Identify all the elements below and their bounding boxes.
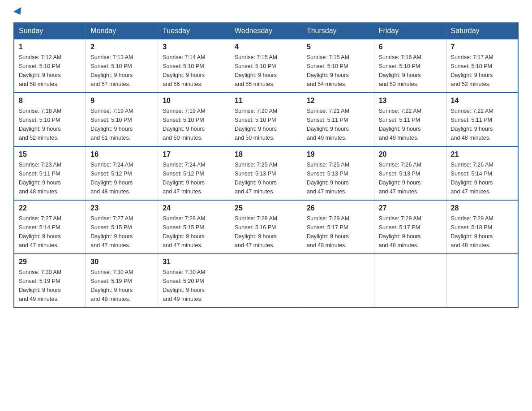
- calendar-cell: 17Sunrise: 7:24 AMSunset: 5:12 PMDayligh…: [158, 146, 230, 200]
- day-number: 5: [307, 43, 369, 51]
- calendar-week-row: 8Sunrise: 7:18 AMSunset: 5:10 PMDaylight…: [14, 93, 518, 146]
- calendar-cell: 15Sunrise: 7:23 AMSunset: 5:11 PMDayligh…: [14, 146, 86, 200]
- calendar-cell: 13Sunrise: 7:22 AMSunset: 5:11 PMDayligh…: [374, 93, 446, 146]
- calendar-header: SundayMondayTuesdayWednesdayThursdayFrid…: [14, 23, 518, 39]
- calendar-cell: 25Sunrise: 7:28 AMSunset: 5:16 PMDayligh…: [230, 200, 302, 254]
- day-detail: Sunrise: 7:30 AMSunset: 5:19 PMDaylight:…: [19, 268, 81, 304]
- calendar-cell: 28Sunrise: 7:29 AMSunset: 5:18 PMDayligh…: [446, 200, 518, 254]
- day-number: 22: [19, 204, 81, 212]
- day-detail: Sunrise: 7:12 AMSunset: 5:10 PMDaylight:…: [19, 53, 81, 89]
- logo: [13, 9, 23, 15]
- calendar-week-row: 22Sunrise: 7:27 AMSunset: 5:14 PMDayligh…: [14, 200, 518, 254]
- calendar-cell: 2Sunrise: 7:13 AMSunset: 5:10 PMDaylight…: [86, 39, 158, 93]
- day-detail: Sunrise: 7:25 AMSunset: 5:13 PMDaylight:…: [307, 160, 369, 196]
- calendar-cell: 8Sunrise: 7:18 AMSunset: 5:10 PMDaylight…: [14, 93, 86, 146]
- day-number: 26: [307, 204, 369, 212]
- day-number: 19: [307, 150, 369, 158]
- day-detail: Sunrise: 7:29 AMSunset: 5:17 PMDaylight:…: [379, 214, 442, 250]
- day-number: 15: [19, 150, 81, 158]
- day-number: 1: [19, 43, 81, 51]
- day-detail: Sunrise: 7:30 AMSunset: 5:19 PMDaylight:…: [90, 268, 153, 304]
- calendar-week-row: 1Sunrise: 7:12 AMSunset: 5:10 PMDaylight…: [14, 39, 518, 93]
- calendar-cell: 18Sunrise: 7:25 AMSunset: 5:13 PMDayligh…: [230, 146, 302, 200]
- calendar-table: SundayMondayTuesdayWednesdayThursdayFrid…: [13, 22, 519, 308]
- day-detail: Sunrise: 7:17 AMSunset: 5:10 PMDaylight:…: [451, 53, 513, 89]
- day-detail: Sunrise: 7:22 AMSunset: 5:11 PMDaylight:…: [451, 107, 513, 142]
- calendar-cell: 7Sunrise: 7:17 AMSunset: 5:10 PMDaylight…: [446, 39, 518, 93]
- weekday-header-saturday: Saturday: [446, 23, 518, 39]
- calendar-cell: 31Sunrise: 7:30 AMSunset: 5:20 PMDayligh…: [158, 254, 230, 308]
- day-detail: Sunrise: 7:19 AMSunset: 5:10 PMDaylight:…: [90, 107, 153, 142]
- calendar-week-row: 15Sunrise: 7:23 AMSunset: 5:11 PMDayligh…: [14, 146, 518, 200]
- day-detail: Sunrise: 7:27 AMSunset: 5:15 PMDaylight:…: [90, 214, 153, 250]
- day-detail: Sunrise: 7:15 AMSunset: 5:10 PMDaylight:…: [235, 53, 297, 89]
- day-detail: Sunrise: 7:22 AMSunset: 5:11 PMDaylight:…: [379, 107, 442, 142]
- day-detail: Sunrise: 7:29 AMSunset: 5:18 PMDaylight:…: [451, 214, 513, 250]
- day-number: 3: [163, 43, 225, 51]
- logo-triangle-icon: [13, 7, 24, 17]
- day-number: 30: [90, 258, 153, 266]
- day-number: 9: [90, 97, 153, 105]
- calendar-cell: 11Sunrise: 7:20 AMSunset: 5:10 PMDayligh…: [230, 93, 302, 146]
- day-detail: Sunrise: 7:21 AMSunset: 5:11 PMDaylight:…: [307, 107, 369, 142]
- day-number: 2: [90, 43, 153, 51]
- calendar-cell: 9Sunrise: 7:19 AMSunset: 5:10 PMDaylight…: [86, 93, 158, 146]
- calendar-cell: 21Sunrise: 7:26 AMSunset: 5:14 PMDayligh…: [446, 146, 518, 200]
- day-number: 17: [163, 150, 225, 158]
- page-header: [13, 9, 519, 15]
- day-number: 31: [163, 258, 225, 266]
- day-detail: Sunrise: 7:24 AMSunset: 5:12 PMDaylight:…: [163, 160, 225, 196]
- day-detail: Sunrise: 7:26 AMSunset: 5:13 PMDaylight:…: [379, 160, 442, 196]
- day-number: 8: [19, 97, 81, 105]
- day-number: 4: [235, 43, 297, 51]
- calendar-week-row: 29Sunrise: 7:30 AMSunset: 5:19 PMDayligh…: [14, 254, 518, 308]
- weekday-header-thursday: Thursday: [302, 23, 374, 39]
- weekday-header-tuesday: Tuesday: [158, 23, 230, 39]
- day-detail: Sunrise: 7:14 AMSunset: 5:10 PMDaylight:…: [163, 53, 225, 89]
- weekday-header-wednesday: Wednesday: [230, 23, 302, 39]
- day-detail: Sunrise: 7:28 AMSunset: 5:15 PMDaylight:…: [163, 214, 225, 250]
- calendar-cell: 6Sunrise: 7:16 AMSunset: 5:10 PMDaylight…: [374, 39, 446, 93]
- day-detail: Sunrise: 7:25 AMSunset: 5:13 PMDaylight:…: [235, 160, 297, 196]
- day-detail: Sunrise: 7:30 AMSunset: 5:20 PMDaylight:…: [163, 268, 225, 304]
- day-number: 24: [163, 204, 225, 212]
- calendar-cell: 30Sunrise: 7:30 AMSunset: 5:19 PMDayligh…: [86, 254, 158, 308]
- day-detail: Sunrise: 7:19 AMSunset: 5:10 PMDaylight:…: [163, 107, 225, 142]
- day-detail: Sunrise: 7:13 AMSunset: 5:10 PMDaylight:…: [90, 53, 153, 89]
- calendar-cell: 12Sunrise: 7:21 AMSunset: 5:11 PMDayligh…: [302, 93, 374, 146]
- day-detail: Sunrise: 7:18 AMSunset: 5:10 PMDaylight:…: [19, 107, 81, 142]
- weekday-header-friday: Friday: [374, 23, 446, 39]
- day-detail: Sunrise: 7:23 AMSunset: 5:11 PMDaylight:…: [19, 160, 81, 196]
- calendar-cell: [302, 254, 374, 308]
- day-number: 27: [379, 204, 442, 212]
- day-detail: Sunrise: 7:16 AMSunset: 5:10 PMDaylight:…: [379, 53, 442, 89]
- calendar-cell: 3Sunrise: 7:14 AMSunset: 5:10 PMDaylight…: [158, 39, 230, 93]
- weekday-header-sunday: Sunday: [14, 23, 86, 39]
- calendar-cell: 24Sunrise: 7:28 AMSunset: 5:15 PMDayligh…: [158, 200, 230, 254]
- day-detail: Sunrise: 7:27 AMSunset: 5:14 PMDaylight:…: [19, 214, 81, 250]
- day-detail: Sunrise: 7:20 AMSunset: 5:10 PMDaylight:…: [235, 107, 297, 142]
- day-number: 10: [163, 97, 225, 105]
- day-number: 14: [451, 97, 513, 105]
- calendar-cell: [230, 254, 302, 308]
- calendar-cell: 10Sunrise: 7:19 AMSunset: 5:10 PMDayligh…: [158, 93, 230, 146]
- day-number: 23: [90, 204, 153, 212]
- day-detail: Sunrise: 7:26 AMSunset: 5:14 PMDaylight:…: [451, 160, 513, 196]
- calendar-cell: 16Sunrise: 7:24 AMSunset: 5:12 PMDayligh…: [86, 146, 158, 200]
- day-number: 20: [379, 150, 442, 158]
- calendar-cell: 19Sunrise: 7:25 AMSunset: 5:13 PMDayligh…: [302, 146, 374, 200]
- day-number: 6: [379, 43, 442, 51]
- calendar-cell: [446, 254, 518, 308]
- calendar-cell: 22Sunrise: 7:27 AMSunset: 5:14 PMDayligh…: [14, 200, 86, 254]
- day-number: 16: [90, 150, 153, 158]
- calendar-cell: [374, 254, 446, 308]
- day-number: 29: [19, 258, 81, 266]
- day-detail: Sunrise: 7:28 AMSunset: 5:16 PMDaylight:…: [235, 214, 297, 250]
- calendar-cell: 23Sunrise: 7:27 AMSunset: 5:15 PMDayligh…: [86, 200, 158, 254]
- day-detail: Sunrise: 7:15 AMSunset: 5:10 PMDaylight:…: [307, 53, 369, 89]
- day-number: 12: [307, 97, 369, 105]
- day-number: 11: [235, 97, 297, 105]
- day-detail: Sunrise: 7:24 AMSunset: 5:12 PMDaylight:…: [90, 160, 153, 196]
- day-number: 18: [235, 150, 297, 158]
- calendar-cell: 5Sunrise: 7:15 AMSunset: 5:10 PMDaylight…: [302, 39, 374, 93]
